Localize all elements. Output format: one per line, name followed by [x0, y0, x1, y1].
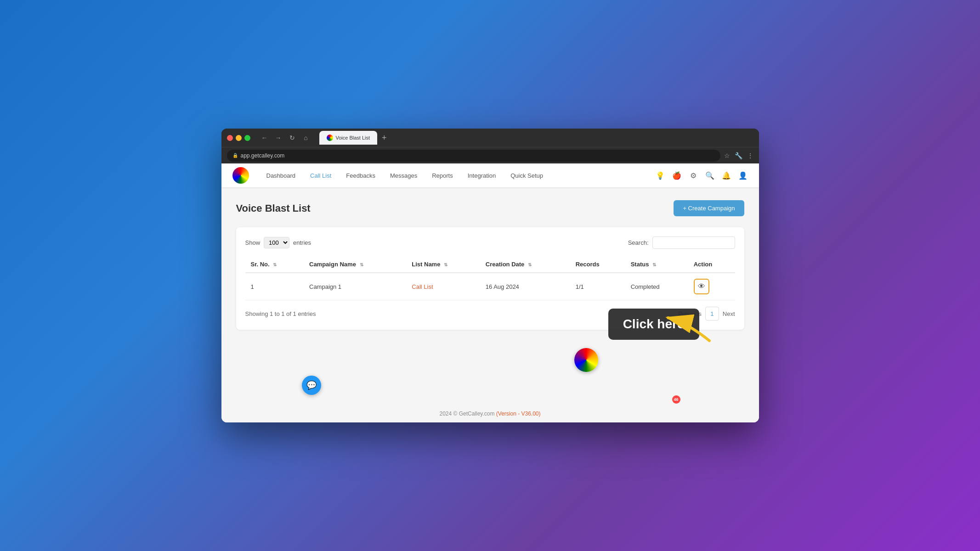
bookmark-icon[interactable]: ☆ — [724, 152, 730, 159]
sort-icon-date[interactable]: ⇅ — [528, 262, 532, 267]
nav-item-messages[interactable]: Messages — [384, 169, 424, 182]
minimize-button[interactable] — [236, 135, 242, 141]
nav-item-calllist[interactable]: Call List — [304, 169, 338, 182]
col-action: Action — [688, 256, 735, 273]
table-header: Sr. No. ⇅ Campaign Name ⇅ List Name ⇅ — [245, 256, 735, 273]
logo[interactable] — [232, 167, 249, 184]
tab-favicon — [327, 135, 333, 141]
calley-widget[interactable] — [574, 348, 598, 372]
nav-right: 💡 🍎 ⚙ 🔍 🔔 👤 — [655, 170, 748, 180]
arrow-indicator — [659, 309, 719, 345]
table-controls: Show 100 25 50 entries Search: — [245, 236, 735, 249]
address-bar[interactable]: 🔒 app.getcalley.com — [227, 150, 720, 162]
main-content: Voice Blast List + Create Campaign Show … — [221, 187, 759, 405]
extensions-icon[interactable]: 🔧 — [735, 152, 742, 159]
nav-item-reports[interactable]: Reports — [425, 169, 459, 182]
close-button[interactable] — [227, 135, 233, 141]
bell-icon[interactable]: 🔔 — [721, 170, 731, 180]
table-body: 1 Campaign 1 Call List 16 Aug 2024 1/1 C… — [245, 273, 735, 300]
back-button[interactable]: ← — [260, 133, 270, 143]
tab-bar: Voice Blast List + — [319, 131, 391, 145]
cell-campaign-name: Campaign 1 — [304, 273, 406, 300]
nav-item-dashboard[interactable]: Dashboard — [260, 169, 302, 182]
sort-icon-list[interactable]: ⇅ — [444, 262, 448, 267]
sort-icon-campaign[interactable]: ⇅ — [360, 262, 363, 267]
cell-sr-no: 1 — [245, 273, 304, 300]
home-button[interactable]: ⌂ — [301, 133, 311, 143]
footer-copyright: 2024 © GetCalley.com — [439, 410, 494, 417]
browser-titlebar: ← → ↻ ⌂ Voice Blast List + — [221, 129, 759, 147]
cell-creation-date: 16 Aug 2024 — [480, 273, 570, 300]
sort-icon-sr[interactable]: ⇅ — [273, 262, 277, 267]
search-row: Search: — [628, 236, 735, 249]
user-icon[interactable]: 👤 — [738, 170, 748, 180]
page-header: Voice Blast List + Create Campaign — [236, 200, 744, 216]
entries-label: entries — [293, 239, 311, 246]
list-name-link[interactable]: Call List — [412, 283, 433, 290]
col-records: Records — [570, 256, 625, 273]
cell-list-name: Call List — [406, 273, 480, 300]
entries-select[interactable]: 100 25 50 — [264, 237, 289, 248]
showing-text: Showing 1 to 1 of 1 entries — [245, 310, 316, 317]
show-entries: Show 100 25 50 entries — [245, 237, 312, 248]
url-text: app.getcalley.com — [241, 152, 285, 159]
top-nav: Dashboard Call List Feedbacks Messages R… — [221, 163, 759, 187]
cell-action: 👁 — [688, 273, 735, 300]
nav-items: Dashboard Call List Feedbacks Messages R… — [260, 169, 655, 182]
create-campaign-button[interactable]: + Create Campaign — [674, 200, 744, 216]
browser-nav: ← → ↻ ⌂ — [260, 133, 311, 143]
show-label: Show — [245, 239, 261, 246]
chat-icon: 💬 — [306, 380, 317, 390]
eye-icon: 👁 — [698, 282, 705, 291]
traffic-lights — [227, 135, 250, 141]
col-campaign-name: Campaign Name ⇅ — [304, 256, 406, 273]
chat-widget[interactable]: 💬 — [302, 376, 321, 395]
footer-version-link[interactable]: (Version - V36.00) — [496, 410, 541, 417]
col-sr-no: Sr. No. ⇅ — [245, 256, 304, 273]
col-list-name: List Name ⇅ — [406, 256, 480, 273]
col-creation-date: Creation Date ⇅ — [480, 256, 570, 273]
new-tab-button[interactable]: + — [378, 131, 391, 145]
nav-item-quicksetup[interactable]: Quick Setup — [504, 169, 549, 182]
data-table: Sr. No. ⇅ Campaign Name ⇅ List Name ⇅ — [245, 256, 735, 300]
address-bar-row: 🔒 app.getcalley.com ☆ 🔧 ⋮ — [221, 147, 759, 163]
forward-button[interactable]: → — [273, 133, 283, 143]
reload-button[interactable]: ↻ — [287, 133, 297, 143]
next-button[interactable]: Next — [723, 310, 735, 317]
search-label: Search: — [628, 239, 649, 246]
maximize-button[interactable] — [244, 135, 250, 141]
nav-item-feedbacks[interactable]: Feedbacks — [340, 169, 382, 182]
col-status: Status ⇅ — [625, 256, 688, 273]
browser-icons-right: ☆ 🔧 ⋮ — [724, 152, 753, 159]
active-tab[interactable]: Voice Blast List — [319, 131, 378, 145]
notification-badge: 46 — [672, 395, 680, 404]
nav-item-integration[interactable]: Integration — [461, 169, 502, 182]
sort-icon-status[interactable]: ⇅ — [652, 262, 656, 267]
settings-icon[interactable]: ⚙ — [688, 170, 698, 180]
table-row: 1 Campaign 1 Call List 16 Aug 2024 1/1 C… — [245, 273, 735, 300]
page-title: Voice Blast List — [236, 202, 311, 214]
menu-icon[interactable]: ⋮ — [747, 152, 753, 159]
secure-icon: 🔒 — [232, 153, 238, 158]
search-input[interactable] — [652, 236, 735, 249]
search-icon[interactable]: 🔍 — [705, 170, 715, 180]
tab-title: Voice Blast List — [336, 135, 370, 141]
cell-records: 1/1 — [570, 273, 625, 300]
cell-status: Completed — [625, 273, 688, 300]
bulb-icon[interactable]: 💡 — [655, 170, 665, 180]
apple-icon[interactable]: 🍎 — [672, 170, 682, 180]
view-action-button[interactable]: 👁 — [694, 279, 709, 294]
page-footer: 2024 © GetCalley.com (Version - V36.00) — [221, 405, 759, 422]
